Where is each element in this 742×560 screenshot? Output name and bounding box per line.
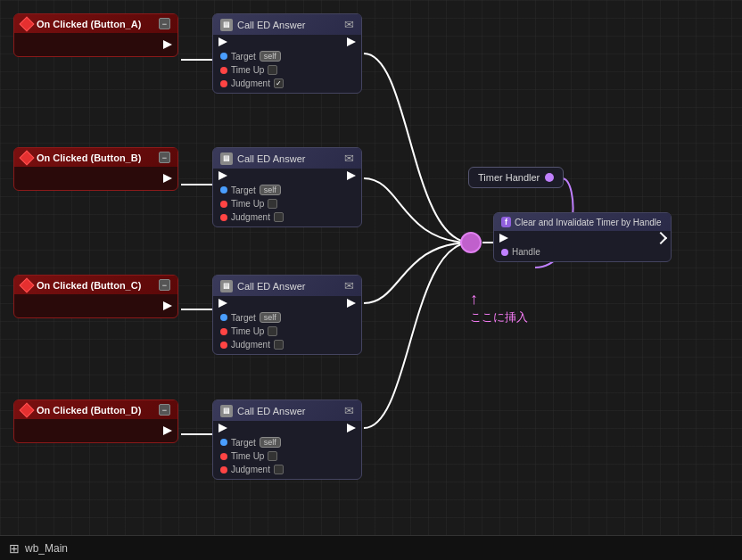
call-node-d-judgment-row: Judgment [213, 463, 361, 479]
call-node-b-target-label: Target [231, 185, 256, 195]
call-node-d-judgment-check[interactable] [274, 465, 284, 474]
call-node-c-judgment-check[interactable] [274, 340, 284, 350]
event-node-d: On Clicked (Button_D) − [13, 399, 178, 443]
call-node-b-judgment-check[interactable] [274, 212, 284, 222]
call-node-b-timeup-check[interactable] [268, 199, 277, 209]
call-node-c-target-row: Target self [213, 310, 361, 325]
clear-node-header: f Clear and Invalidate Timer by Handle [494, 213, 671, 231]
clear-node-handle-pin [501, 249, 508, 256]
call-node-a-exec-row [213, 35, 361, 49]
event-diamond-icon-c [20, 277, 35, 292]
call-node-b-self: self [260, 185, 281, 195]
call-node-a-target-row: Target self [213, 49, 361, 63]
event-node-c-label: On Clicked (Button_C) [37, 280, 141, 291]
call-node-c-timeup-check[interactable] [268, 326, 277, 336]
collapse-btn-b[interactable]: − [159, 152, 170, 163]
event-node-c: On Clicked (Button_C) − [13, 275, 178, 318]
event-diamond-icon [20, 16, 35, 31]
event-diamond-icon-d [20, 402, 35, 417]
call-node-b-label: Call ED Answer [237, 153, 305, 164]
event-node-b: On Clicked (Button_B) − [13, 147, 178, 191]
call-node-c-self: self [260, 312, 281, 323]
call-node-b-judgment-label: Judgment [231, 212, 270, 222]
call-node-a-label: Call ED Answer [237, 20, 305, 30]
collapse-btn-d[interactable]: − [159, 404, 170, 416]
call-node-c-label: Call ED Answer [237, 281, 305, 292]
timer-handler-pin [545, 173, 554, 182]
call-node-d-timeup-row: Time Up [213, 449, 361, 463]
call-node-a-timeup-label: Time Up [231, 65, 264, 75]
call-node-d-timeup-check[interactable] [268, 451, 277, 461]
call-node-d-target-label: Target [231, 438, 256, 448]
call-node-a-exec-out [347, 37, 356, 46]
timer-handler-label: Timer Handler [478, 172, 540, 183]
call-node-a-timeup-check[interactable] [268, 65, 277, 75]
collapse-btn-a[interactable]: − [159, 18, 170, 29]
call-node-d-header: ▤ Call ED Answer ✉ [213, 400, 361, 421]
call-node-b-target-row: Target self [213, 183, 361, 197]
event-node-a-header: On Clicked (Button_A) − [14, 14, 177, 33]
event-c-exec-out-pin [163, 301, 172, 310]
event-node-d-body [14, 419, 177, 442]
grid-icon: ⊞ [9, 541, 20, 556]
call-node-d: ▤ Call ED Answer ✉ Target self Time Up J… [212, 399, 362, 480]
call-node-b-judgment-pin [220, 214, 227, 221]
call-node-a-exec-in [218, 37, 227, 46]
call-node-d-judgment-label: Judgment [231, 465, 270, 474]
clear-node-handle-label: Handle [512, 247, 540, 257]
call-node-b-exec-row [213, 169, 361, 183]
func-badge: f [501, 217, 511, 227]
call-node-d-self: self [260, 437, 281, 448]
event-node-b-body [14, 167, 177, 190]
call-node-d-target-pin [220, 439, 227, 446]
call-node-b-exec-in [218, 171, 227, 180]
call-node-b: ▤ Call ED Answer ✉ Target self Time Up J… [212, 147, 362, 227]
mail-icon-a: ✉ [344, 18, 354, 31]
mail-icon-c: ✉ [344, 279, 354, 292]
event-d-exec-out-pin [163, 426, 172, 435]
clear-node-exec-out [655, 232, 667, 244]
timer-handler-node: Timer Handler [468, 167, 564, 188]
call-node-a-target-label: Target [231, 52, 256, 62]
clear-node-handle-row: Handle [494, 245, 671, 261]
bottom-bar-label: wb_Main [25, 542, 68, 555]
clear-node-label: Clear and Invalidate Timer by Handle [515, 218, 662, 227]
func-icon-b: ▤ [220, 152, 233, 165]
event-node-b-header: On Clicked (Button_B) − [14, 148, 177, 167]
collapse-btn-c[interactable]: − [159, 279, 170, 291]
func-icon-d: ▤ [220, 405, 233, 417]
call-node-d-exec-out [347, 424, 356, 432]
merge-circle [460, 232, 482, 253]
call-node-c-timeup-label: Time Up [231, 326, 264, 336]
event-node-c-body [14, 294, 177, 317]
call-node-d-exec-row [213, 421, 361, 435]
event-node-d-label: On Clicked (Button_D) [37, 405, 141, 416]
clear-node-exec-row [494, 231, 671, 245]
call-node-a-timeup-pin [220, 67, 227, 74]
call-node-a-judgment-check[interactable] [274, 78, 284, 88]
event-node-a: On Clicked (Button_A) − [13, 13, 178, 57]
call-node-c-exec-row [213, 296, 361, 310]
bottom-bar: ⊞ wb_Main [0, 535, 742, 560]
call-node-a-judgment-row: Judgment [213, 77, 361, 93]
call-node-a-judgment-pin [220, 80, 227, 87]
call-node-b-target-pin [220, 186, 227, 194]
call-node-b-exec-out [347, 171, 356, 180]
call-node-c-exec-out [347, 299, 356, 308]
annotation-text: ここに挿入 [470, 309, 528, 325]
mail-icon-d: ✉ [344, 404, 354, 417]
event-diamond-icon-b [20, 150, 35, 165]
call-node-c-judgment-label: Judgment [231, 340, 270, 350]
call-node-b-header: ▤ Call ED Answer ✉ [213, 148, 361, 169]
event-node-d-header: On Clicked (Button_D) − [14, 400, 177, 419]
call-node-a-self: self [260, 51, 281, 62]
call-node-c-target-pin [220, 314, 227, 321]
call-node-b-timeup-row: Time Up [213, 197, 361, 210]
call-node-c-timeup-pin [220, 328, 227, 335]
clear-node: f Clear and Invalidate Timer by Handle H… [493, 212, 672, 262]
call-node-c-judgment-row: Judgment [213, 338, 361, 354]
call-node-b-judgment-row: Judgment [213, 210, 361, 226]
event-b-exec-out-pin [163, 174, 172, 183]
call-node-d-timeup-label: Time Up [231, 451, 264, 461]
call-node-c-header: ▤ Call ED Answer ✉ [213, 276, 361, 296]
